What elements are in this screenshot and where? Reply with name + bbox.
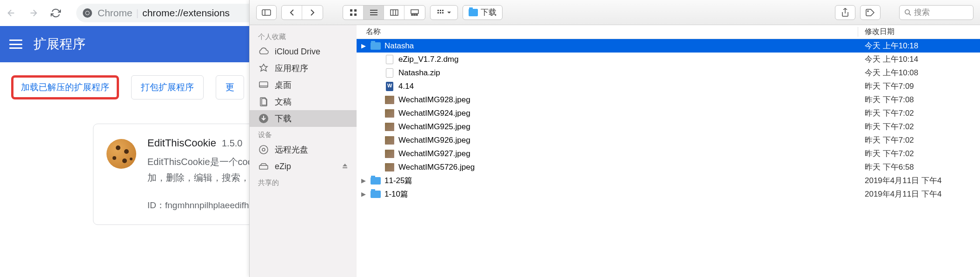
svg-rect-3 xyxy=(262,10,271,15)
sidebar-item-label: 桌面 xyxy=(275,79,291,91)
arrange-button[interactable] xyxy=(430,6,457,20)
extension-version: 1.5.0 xyxy=(222,138,242,149)
nav-group xyxy=(281,5,323,20)
file-row[interactable]: ▶Natasha今天 上午10:18 xyxy=(357,39,980,53)
file-date: 2019年4月11日 下午4 xyxy=(858,189,980,199)
svg-rect-28 xyxy=(259,82,268,87)
file-pane: 名称 修改日期 ▶Natasha今天 上午10:18▶eZip_V1.7.2.d… xyxy=(357,25,980,277)
sidebar-item-documents[interactable]: 文稿 xyxy=(250,93,357,110)
sidebar-item-icloud[interactable]: iCloud Drive xyxy=(250,43,357,60)
tag-button[interactable] xyxy=(860,5,881,20)
file-name: 1-10篇 xyxy=(384,189,408,199)
chrome-logo-icon xyxy=(82,7,93,19)
gallery-view-button[interactable] xyxy=(404,6,425,20)
file-row[interactable]: ▶4.14昨天 下午7:09 xyxy=(357,79,980,93)
img-icon xyxy=(384,95,395,105)
file-row[interactable]: ▶eZip_V1.7.2.dmg今天 上午10:14 xyxy=(357,53,980,66)
file-date: 昨天 下午7:02 xyxy=(858,135,980,145)
cloud-icon xyxy=(258,46,269,57)
file-name: 4.14 xyxy=(398,82,414,91)
column-view-button[interactable] xyxy=(384,6,404,20)
img-icon xyxy=(384,162,395,172)
search-icon xyxy=(904,9,911,16)
img-icon xyxy=(384,149,395,159)
svg-rect-24 xyxy=(442,12,444,13)
file-row[interactable]: ▶WechatIMG926.jpeg昨天 下午7:02 xyxy=(357,133,980,147)
icon-view-button[interactable] xyxy=(343,6,364,20)
file-name: WechatIMG926.jpeg xyxy=(398,136,470,145)
sidebar-item-ezip[interactable]: eZip xyxy=(250,158,357,175)
svg-rect-17 xyxy=(414,14,415,15)
svg-point-2 xyxy=(86,12,89,15)
file-row[interactable]: ▶Natasha.zip今天 上午10:08 xyxy=(357,66,980,79)
finder-sidebar: 个人收藏 iCloud Drive 应用程序 桌面 文稿 下载 设备 xyxy=(250,25,357,277)
svg-rect-18 xyxy=(416,14,417,15)
disclosure-triangle[interactable]: ▶ xyxy=(361,177,367,184)
search-box[interactable]: 搜索 xyxy=(899,5,973,20)
sidebar-toggle-button[interactable] xyxy=(256,5,277,20)
file-date: 昨天 下午7:09 xyxy=(858,81,980,92)
share-button[interactable] xyxy=(835,5,855,20)
file-name: WechatIMG924.jpeg xyxy=(398,109,470,118)
column-name[interactable]: 名称 xyxy=(357,27,858,37)
file-date: 昨天 下午7:02 xyxy=(858,108,980,119)
img-icon xyxy=(384,122,395,132)
eject-icon[interactable] xyxy=(342,162,348,171)
pack-extension-button[interactable]: 打包扩展程序 xyxy=(131,75,204,99)
reload-button[interactable] xyxy=(48,6,63,20)
sidebar-item-desktop[interactable]: 桌面 xyxy=(250,77,357,93)
svg-rect-7 xyxy=(350,13,352,16)
svg-rect-22 xyxy=(437,12,439,13)
update-button[interactable]: 更 xyxy=(216,75,244,99)
file-row[interactable]: ▶1-10篇2019年4月11日 下午4 xyxy=(357,187,980,201)
svg-line-27 xyxy=(909,13,911,15)
path-label: 下载 xyxy=(481,7,497,18)
page-title: 扩展程序 xyxy=(33,35,86,53)
file-row[interactable]: ▶WechatIMG5726.jpeg昨天 下午6:58 xyxy=(357,160,980,174)
finder-forward-button[interactable] xyxy=(302,6,323,20)
svg-rect-19 xyxy=(437,10,439,11)
load-unpacked-button[interactable]: 加载已解压的扩展程序 xyxy=(11,75,119,99)
menu-icon[interactable] xyxy=(9,40,22,49)
sidebar-item-label: 下载 xyxy=(275,113,291,124)
file-row[interactable]: ▶WechatIMG928.jpeg昨天 下午7:08 xyxy=(357,93,980,106)
finder-toolbar: 下载 搜索 xyxy=(250,0,980,25)
extension-name: EditThisCookie xyxy=(147,137,216,149)
folder-icon xyxy=(371,176,381,186)
word-icon xyxy=(384,81,395,92)
file-name: eZip_V1.7.2.dmg xyxy=(398,55,458,64)
addr-separator: | xyxy=(136,7,139,19)
disclosure-triangle[interactable]: ▶ xyxy=(361,191,367,198)
shared-section-label: 共享的 xyxy=(250,175,357,189)
file-row[interactable]: ▶11-25篇2019年4月11日 下午4 xyxy=(357,174,980,187)
file-date: 昨天 下午7:08 xyxy=(858,94,980,105)
file-row[interactable]: ▶WechatIMG924.jpeg昨天 下午7:02 xyxy=(357,106,980,120)
file-date: 昨天 下午6:58 xyxy=(858,162,980,172)
path-selector[interactable]: 下载 xyxy=(463,5,503,20)
svg-rect-33 xyxy=(259,165,268,169)
finder-back-button[interactable] xyxy=(282,6,302,20)
sidebar-item-downloads[interactable]: 下载 xyxy=(250,110,357,127)
sidebar-item-applications[interactable]: 应用程序 xyxy=(250,60,357,77)
svg-rect-6 xyxy=(354,9,357,12)
file-date: 今天 上午10:14 xyxy=(858,54,980,65)
docs-icon xyxy=(258,96,269,107)
forward-button[interactable] xyxy=(26,6,41,20)
file-row[interactable]: ▶WechatIMG927.jpeg昨天 下午7:02 xyxy=(357,147,980,160)
file-date: 昨天 下午7:02 xyxy=(858,121,980,132)
disclosure-triangle[interactable]: ▶ xyxy=(361,42,367,49)
svg-rect-20 xyxy=(440,10,441,11)
column-header: 名称 修改日期 xyxy=(357,25,980,39)
column-date[interactable]: 修改日期 xyxy=(858,27,980,37)
finder-body: 个人收藏 iCloud Drive 应用程序 桌面 文稿 下载 设备 xyxy=(250,25,980,277)
sidebar-item-label: iCloud Drive xyxy=(275,47,320,57)
back-button[interactable] xyxy=(4,6,19,20)
view-group xyxy=(343,5,425,20)
list-view-button[interactable] xyxy=(364,6,384,20)
sidebar-item-label: eZip xyxy=(275,162,291,171)
sidebar-item-remote-disc[interactable]: 远程光盘 xyxy=(250,141,357,158)
file-row[interactable]: ▶WechatIMG925.jpeg昨天 下午7:02 xyxy=(357,120,980,133)
dmg-icon xyxy=(384,54,395,65)
folder-icon xyxy=(469,9,478,16)
sidebar-item-label: 文稿 xyxy=(275,96,291,107)
